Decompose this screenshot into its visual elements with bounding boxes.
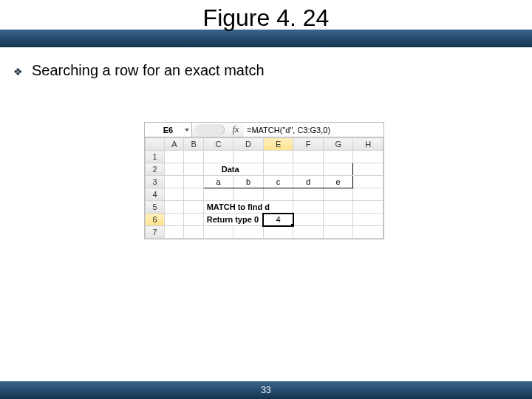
row: 5 MATCH to find d	[146, 201, 383, 214]
row-header[interactable]: 1	[146, 151, 165, 163]
column-header-row: A B C D E F G H	[146, 138, 383, 151]
name-box[interactable]: E6	[145, 123, 192, 137]
match-label-cell[interactable]: MATCH to find d	[203, 201, 293, 214]
data-cell[interactable]: c	[263, 176, 293, 188]
row-header[interactable]: 2	[146, 163, 165, 176]
data-cell[interactable]: d	[293, 176, 324, 188]
title-bar: Figure 4. 24	[0, 0, 532, 47]
title-band	[0, 30, 532, 47]
data-cell[interactable]: b	[233, 176, 264, 188]
spreadsheet-grid[interactable]: A B C D E F G H 1 2 Data	[145, 137, 383, 239]
result-cell[interactable]: 4	[263, 214, 293, 226]
col-header[interactable]: F	[293, 138, 324, 151]
bullet-text: Searching a row for an exact match	[32, 62, 265, 79]
col-header[interactable]: A	[165, 138, 184, 151]
row-header[interactable]: 6	[146, 214, 165, 226]
row: 4	[146, 188, 383, 201]
formula-buttons[interactable]	[195, 124, 225, 135]
fx-icon[interactable]: fx	[228, 123, 244, 137]
formula-input[interactable]: =MATCH("d", C3:G3,0)	[244, 123, 383, 137]
name-box-value: E6	[163, 126, 173, 134]
page-number: 33	[261, 385, 270, 395]
footer-band: 33	[0, 381, 532, 399]
col-header[interactable]: D	[233, 138, 264, 151]
col-header[interactable]: E	[263, 138, 293, 151]
row: 2 Data	[146, 163, 383, 176]
data-cell[interactable]: e	[323, 176, 353, 188]
bullet-item: ❖ Searching a row for an exact match	[13, 62, 519, 79]
row: 1	[146, 151, 383, 163]
row: 3 a b c d e	[146, 176, 383, 188]
select-all-corner[interactable]	[146, 138, 165, 151]
chevron-down-icon[interactable]	[185, 129, 189, 132]
row-header[interactable]: 4	[146, 188, 165, 201]
return-type-label-cell[interactable]: Return type 0	[203, 214, 263, 226]
row-header[interactable]: 7	[146, 226, 165, 239]
col-header[interactable]: C	[203, 138, 233, 151]
data-header-cell[interactable]: Data	[203, 163, 263, 176]
formula-bar: E6 fx =MATCH("d", C3:G3,0)	[145, 123, 383, 137]
col-header[interactable]: G	[323, 138, 353, 151]
diamond-bullet-icon: ❖	[13, 66, 23, 78]
slide-body: ❖ Searching a row for an exact match	[0, 47, 532, 79]
row: 6 Return type 0 4	[146, 214, 383, 226]
col-header[interactable]: B	[184, 138, 203, 151]
row-header[interactable]: 3	[146, 176, 165, 188]
row: 7	[146, 226, 383, 239]
slide: Figure 4. 24 ❖ Searching a row for an ex…	[0, 0, 532, 399]
slide-title: Figure 4. 24	[0, 4, 532, 32]
data-cell[interactable]: a	[203, 176, 233, 188]
row-header[interactable]: 5	[146, 201, 165, 214]
excel-screenshot: E6 fx =MATCH("d", C3:G3,0) A B C	[144, 122, 384, 239]
col-header[interactable]: H	[353, 138, 383, 151]
